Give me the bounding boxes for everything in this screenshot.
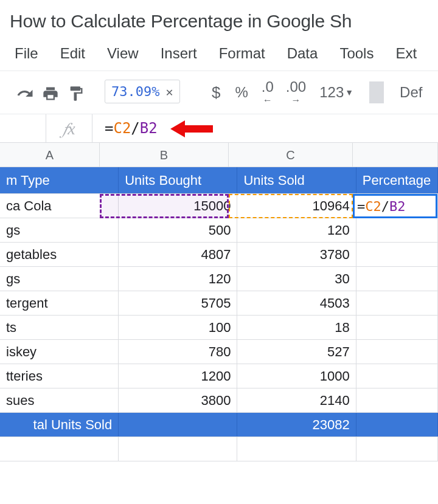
total-d[interactable]	[356, 413, 438, 437]
table-row[interactable]	[0, 437, 438, 461]
total-c[interactable]: 23082	[237, 413, 356, 437]
table-row[interactable]: ts 100 18	[0, 316, 438, 340]
cell-a[interactable]	[0, 437, 119, 461]
cell-d[interactable]	[356, 316, 438, 339]
slash: /	[131, 120, 139, 137]
table-row[interactable]: tergent 5705 4503	[0, 291, 438, 316]
table-row[interactable]: iskey 780 527	[0, 340, 438, 364]
spreadsheet-grid[interactable]: A B C m Type Units Bought Units Sold Per…	[0, 143, 438, 461]
cell-b[interactable]: 1200	[119, 364, 237, 388]
print-icon[interactable]	[38, 81, 63, 106]
col-header-a[interactable]: A	[0, 143, 100, 167]
table-row[interactable]: getables 4807 3780	[0, 243, 438, 267]
cell-c[interactable]: 1000	[237, 364, 356, 388]
cell-c[interactable]: 2140	[237, 388, 356, 412]
page-title: How to Calculate Percentage in Google Sh	[0, 0, 438, 40]
total-b[interactable]	[119, 413, 237, 437]
cell-a[interactable]: ts	[0, 316, 119, 339]
cell-c[interactable]: 10964	[237, 194, 356, 218]
cell-c[interactable]: 4503	[237, 291, 356, 315]
cell-b[interactable]: 15000	[119, 194, 237, 218]
total-row[interactable]: tal Units Sold 23082	[0, 413, 438, 437]
cell-a[interactable]: sues	[0, 388, 119, 412]
total-label[interactable]: tal Units Sold	[0, 413, 119, 437]
cell-c[interactable]: 3780	[237, 243, 356, 266]
annotation-arrow-icon	[170, 119, 213, 139]
table-row[interactable]: ca Cola 15000 10964	[0, 194, 438, 218]
arrow-left-icon: ←	[263, 95, 273, 105]
cell-d[interactable]	[356, 267, 438, 291]
font-picker[interactable]: Def	[392, 80, 429, 105]
cell-c[interactable]: 18	[237, 316, 356, 339]
ref-b2: B2	[140, 120, 158, 137]
paint-format-icon[interactable]	[63, 81, 89, 106]
menu-extensions[interactable]: Ext	[384, 43, 428, 64]
cell-d[interactable]	[356, 388, 438, 412]
cell-a[interactable]: tergent	[0, 291, 119, 315]
cell-d[interactable]	[356, 364, 438, 388]
chevron-down-icon: ▼	[345, 88, 353, 97]
cell-a[interactable]: ca Cola	[0, 194, 119, 218]
formula-input[interactable]: =C2/B2	[92, 114, 438, 142]
table-row[interactable]: gs 120 30	[0, 267, 438, 291]
menu-file[interactable]: File	[4, 43, 49, 64]
header-units-sold[interactable]: Units Sold	[237, 167, 356, 193]
decrease-decimal-button[interactable]: .0 ←	[255, 78, 280, 106]
table-row[interactable]: sues 3800 2140	[0, 388, 438, 413]
menu-format[interactable]: Format	[208, 43, 276, 64]
col-header-b[interactable]: B	[100, 143, 229, 167]
menu-edit[interactable]: Edit	[49, 43, 96, 64]
ref-c2: C2	[113, 120, 131, 137]
menubar: File Edit View Insert Format Data Tools …	[0, 40, 438, 71]
header-row[interactable]: m Type Units Bought Units Sold Percentag…	[0, 167, 438, 194]
cell-b[interactable]: 100	[119, 316, 237, 339]
cell-d[interactable]	[356, 340, 438, 364]
cell-b[interactable]: 500	[119, 218, 237, 242]
svg-marker-0	[170, 120, 213, 137]
name-box[interactable]	[0, 114, 46, 142]
cell-b[interactable]: 4807	[119, 243, 237, 266]
cell-b[interactable]: 5705	[119, 291, 237, 315]
number-format-group: $ % .0 ← .00 → 123 ▼ Def	[204, 78, 429, 106]
cell-a[interactable]: tteries	[0, 364, 119, 388]
redo-icon[interactable]	[12, 81, 38, 106]
cell-a[interactable]: gs	[0, 218, 119, 242]
cell-b[interactable]	[119, 437, 237, 461]
cell-b[interactable]: 780	[119, 340, 237, 364]
arrow-right-icon: →	[291, 95, 301, 105]
cell-d[interactable]	[356, 437, 438, 461]
menu-tools[interactable]: Tools	[328, 43, 384, 64]
more-formats-button[interactable]: 123 ▼	[312, 80, 361, 105]
cell-b[interactable]: 3800	[119, 388, 237, 412]
cell-c[interactable]: 527	[237, 340, 356, 364]
cell-a[interactable]: getables	[0, 243, 119, 266]
close-icon[interactable]: ✕	[165, 85, 173, 99]
cell-c[interactable]: 120	[237, 218, 356, 242]
cell-d[interactable]	[356, 291, 438, 315]
cell-d[interactable]	[356, 194, 438, 218]
cell-b[interactable]: 120	[119, 267, 237, 291]
toolbar: 73.09% ✕ $ % .0 ← .00 → 123 ▼ Def	[0, 71, 438, 114]
menu-data[interactable]: Data	[276, 43, 329, 64]
menu-view[interactable]: View	[96, 43, 150, 64]
table-row[interactable]: gs 500 120	[0, 218, 438, 243]
table-row[interactable]: tteries 1200 1000	[0, 364, 438, 388]
header-percentage[interactable]: Percentage	[356, 167, 438, 193]
menu-insert[interactable]: Insert	[150, 43, 208, 64]
cell-a[interactable]: iskey	[0, 340, 119, 364]
cell-c[interactable]	[237, 437, 356, 461]
header-item-type[interactable]: m Type	[0, 167, 119, 193]
cell-d[interactable]	[356, 243, 438, 266]
col-header-d[interactable]	[353, 143, 438, 167]
cell-a[interactable]: gs	[0, 267, 119, 291]
header-units-bought[interactable]: Units Bought	[119, 167, 237, 193]
col-header-c[interactable]: C	[229, 143, 353, 167]
increase-decimal-button[interactable]: .00 →	[280, 78, 312, 106]
percent-button[interactable]: %	[228, 80, 255, 105]
currency-button[interactable]: $	[204, 80, 228, 106]
formula-result-value: 73.09%	[111, 84, 159, 99]
cell-c[interactable]: 30	[237, 267, 356, 291]
separator	[369, 81, 384, 103]
cell-d[interactable]	[356, 218, 438, 242]
rows: m Type Units Bought Units Sold Percentag…	[0, 167, 438, 461]
